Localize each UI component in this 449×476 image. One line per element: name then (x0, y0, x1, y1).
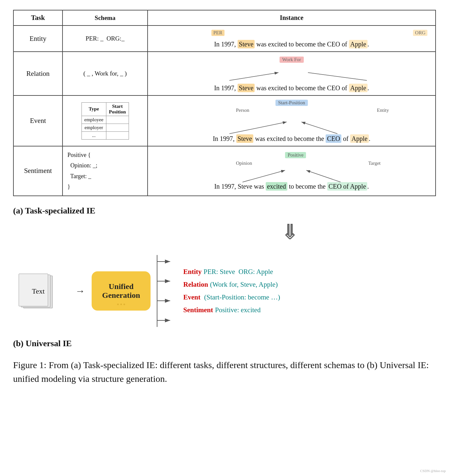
table-row-entity: Entity PER: _ ORG:_ PER ORG In 1997, Ste… (13, 26, 436, 52)
event-employee-row: employee (81, 116, 106, 124)
section-b-label: (b) Universal IE (13, 339, 436, 348)
entity-sentence: In 1997, Steve was excited to become the… (214, 40, 369, 48)
section-a-label: (a) Task-specialized IE (13, 206, 436, 216)
output-entity: Entity PER: Steve ORG: Apple (183, 268, 280, 276)
output-sentiment-value: Positive: excited (215, 306, 260, 314)
event-ellipsis-row: ... (81, 131, 106, 139)
event-arrows-svg (177, 119, 406, 135)
svg-line-0 (229, 73, 278, 80)
startpos-label: Start-Position (276, 100, 308, 106)
col-header-schema: Schema (63, 10, 148, 26)
text-label: Text (24, 287, 53, 296)
relation-schema: ( _ , Work for, _ ) (63, 52, 148, 95)
apple-highlight-relation: Apple (349, 84, 368, 92)
output-sentiment-label: Sentiment (183, 306, 213, 314)
positive-label: Positive (285, 152, 306, 158)
output-entity-value: PER: Steve ORG: Apple (204, 268, 273, 276)
unified-generation-box: UnifiedGeneration (92, 271, 151, 311)
paper-stack: Text (18, 273, 54, 309)
apple-highlight-entity: Apple (349, 40, 368, 48)
opinion-label: Opinion (236, 161, 252, 166)
output-relation-label: Relation (183, 280, 208, 289)
event-startpos-header: StartPosition (106, 102, 129, 116)
svg-line-10 (242, 170, 285, 182)
org-label: ORG (413, 30, 427, 36)
output-entity-label: Entity (183, 268, 202, 276)
output-event-label: Event (183, 293, 201, 301)
svg-line-7 (301, 122, 337, 134)
universal-ie-section: Text → UnifiedGeneration (13, 248, 436, 333)
relation-sentence-wrap: In 1997, Steve was excited to become the… (153, 84, 431, 92)
text-box-wrapper: Text (13, 270, 59, 312)
event-schema-table: Type StartPosition employee employer ... (81, 102, 129, 140)
relation-arrows-svg (177, 70, 406, 83)
table-row-event: Event Type StartPosition employee employ… (13, 95, 436, 146)
entity-schema: PER: _ ORG:_ (63, 26, 148, 52)
col-header-task: Task (13, 10, 63, 26)
output-relation: Relation (Work for, Steve, Apple) (183, 280, 280, 289)
ceo-apple-highlight: CEO of Apple (327, 182, 367, 191)
output-event-value: (Start-Position: become …) (203, 293, 280, 301)
entity-label-event: Entity (377, 108, 389, 113)
entity-instance: PER ORG In 1997, Steve was excited to be… (148, 26, 436, 52)
table-row-sentiment: Sentiment Positive { Opinion: _; Target:… (13, 146, 436, 196)
steve-highlight-event: Steve (236, 134, 253, 143)
workfor-label: Work For (279, 57, 304, 63)
event-sentence-wrap: In 1997, Steve was excited to become the… (153, 135, 431, 143)
sentiment-task-label: Sentiment (13, 146, 63, 196)
output-sentiment: Sentiment Positive: excited (183, 306, 280, 314)
relation-instance: Work For (148, 52, 436, 95)
target-label: Target (368, 161, 381, 166)
sentiment-arrows-svg (177, 168, 406, 183)
ceo-highlight-event: CEO (326, 134, 341, 143)
excited-highlight: excited (266, 182, 287, 191)
event-schema: Type StartPosition employee employer ... (63, 95, 148, 146)
steve-highlight-relation: Steve (238, 84, 255, 92)
svg-line-1 (308, 73, 367, 80)
event-instance: Start-Position Person Entity (148, 95, 436, 146)
event-employer-row: employer (81, 124, 106, 131)
sentiment-schema: Positive { Opinion: _; Target: _ } (63, 146, 148, 196)
output-list: Entity PER: Steve ORG: Apple Relation (W… (183, 268, 280, 314)
relation-task-label: Relation (13, 52, 63, 95)
steve-highlight-entity: Steve (238, 40, 255, 48)
watermark: CSDN @hlee-top (420, 469, 446, 473)
down-arrow-container: ⇓ (79, 222, 449, 242)
sentiment-instance: Positive Opinion Target (148, 146, 436, 196)
apple-highlight-event: Apple (350, 134, 369, 143)
output-relation-value: (Work for, Steve, Apple) (210, 280, 278, 289)
down-arrow-icon: ⇓ (282, 222, 298, 242)
sentiment-schema-text: Positive { Opinion: _; Target: _ } (67, 150, 143, 192)
per-label: PER (211, 30, 224, 36)
figure-caption: Figure 1: From (a) Task-specialized IE: … (13, 358, 436, 386)
person-label-event: Person (236, 108, 249, 113)
event-type-header: Type (81, 102, 106, 116)
output-event: Event (Start-Position: become …) (183, 293, 280, 301)
sentiment-sentence-wrap: In 1997, Steve was excited to become the… (153, 183, 431, 190)
branch-arrows-svg (154, 248, 173, 333)
svg-line-11 (306, 170, 341, 182)
event-task-label: Event (13, 95, 63, 146)
paper-front: Text (19, 274, 48, 306)
svg-line-6 (229, 122, 287, 134)
output-section: Entity PER: Steve ORG: Apple Relation (W… (154, 248, 280, 333)
ie-comparison-table: Task Schema Instance Entity PER: _ ORG:_… (13, 10, 436, 196)
col-header-instance: Instance (148, 10, 436, 26)
entity-task-label: Entity (13, 26, 63, 52)
table-row-relation: Relation ( _ , Work for, _ ) Work For (13, 52, 436, 95)
text-to-unified-arrow: → (75, 285, 85, 297)
relation-sentence: In 1997, Steve was excited to become the… (214, 84, 369, 92)
unified-generation-label: UnifiedGeneration (102, 282, 140, 300)
